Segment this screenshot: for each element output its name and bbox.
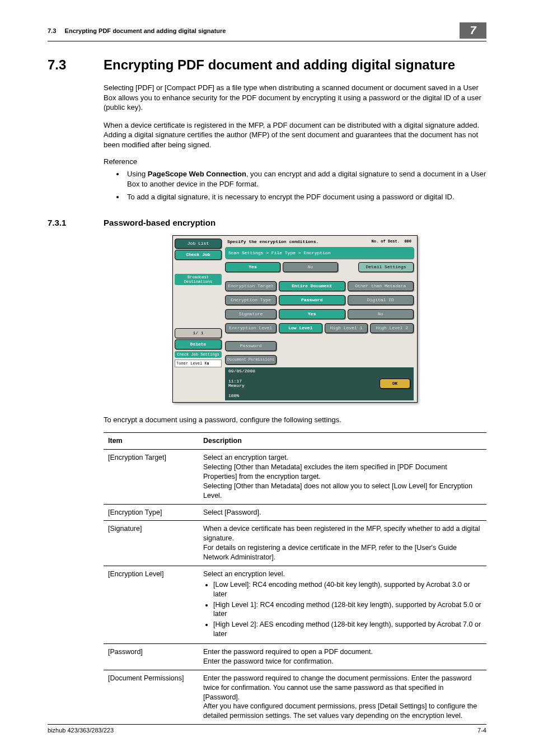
table-row: [Password] Enter the password required t…: [104, 644, 486, 670]
detail-settings-button[interactable]: Detail Settings: [358, 262, 414, 272]
job-list-button[interactable]: Job List: [175, 239, 222, 249]
item-encryption-level: [Encryption Level]: [104, 566, 199, 643]
desc-password: Enter the password required to open a PD…: [199, 644, 486, 670]
subsection-number: 7.3.1: [48, 218, 104, 227]
instruction-bar: Specify the encryption conditions. No. o…: [225, 237, 414, 246]
table-row: [Encryption Level] Select an encryption …: [104, 566, 486, 643]
intro-para-2: When a device certificate is registered …: [104, 120, 486, 150]
status-date: 09/05/2008: [228, 369, 255, 374]
status-mem-pct: 100%: [228, 394, 255, 399]
mfp-screenshot: Job List Check Job Broadcast Destination…: [104, 235, 486, 403]
page-footer: bizhub 423/363/283/223 7-4: [48, 724, 486, 734]
table-row: [Encryption Type] Select [Password].: [104, 504, 486, 521]
encrypt-no-button[interactable]: No: [283, 262, 338, 272]
high-level-1-button[interactable]: High Level 1: [325, 323, 368, 333]
chapter-badge: 7: [460, 22, 486, 39]
page-header: 7.3 Encrypting PDF document and adding d…: [48, 22, 486, 41]
desc-encryption-target: Select an encryption target. Selecting […: [199, 450, 486, 504]
status-mem-label: Memory: [228, 384, 255, 389]
table-row: [Document Permissions] Enter the passwor…: [104, 670, 486, 724]
breadcrumb: Scan Settings > File Type > Encryption: [225, 247, 414, 259]
low-level-button[interactable]: Low Level: [279, 323, 322, 333]
item-encryption-type: [Encryption Type]: [104, 504, 199, 521]
desc-encryption-level: Select an encryption level. [Low Level]:…: [199, 566, 486, 643]
intro-para-1: Selecting [PDF] or [Compact PDF] as a fi…: [104, 83, 486, 113]
footer-model: bizhub 423/363/283/223: [48, 727, 114, 734]
digital-id-button[interactable]: Digital ID: [348, 295, 414, 305]
header-text: 7.3 Encrypting PDF document and adding d…: [48, 27, 226, 34]
section-heading: 7.3 Encrypting PDF document and adding d…: [48, 57, 486, 73]
desc-signature: When a device certificate has been regis…: [199, 521, 486, 566]
encrypt-yes-button[interactable]: Yes: [225, 262, 280, 272]
table-row: [Signature] When a device certificate ha…: [104, 521, 486, 566]
ref1-bold: PageScope Web Connection: [148, 170, 246, 178]
item-document-permissions: [Document Permissions]: [104, 670, 199, 724]
footer-page: 7-4: [477, 727, 486, 734]
table-row: [Encryption Target] Select an encryption…: [104, 450, 486, 504]
reference-item-1: Using PageScope Web Connection, you can …: [125, 169, 486, 189]
password-entry-button[interactable]: Password: [225, 341, 277, 351]
enc-level-hi2: [High Level 2]: AES encoding method (128…: [213, 620, 482, 639]
ok-button[interactable]: OK: [380, 379, 410, 389]
enc-level-hi1: [High Level 1]: RC4 encoding method (128…: [213, 600, 482, 619]
document-permissions-button[interactable]: Document Permissions: [225, 355, 277, 365]
subsection-heading: 7.3.1 Password-based encryption: [48, 218, 486, 227]
reference-list: Using PageScope Web Connection, you can …: [125, 169, 486, 202]
after-panel-text: To encrypt a document using a password, …: [104, 415, 486, 425]
item-encryption-target: [Encryption Target]: [104, 450, 199, 504]
other-than-metadata-button[interactable]: Other than Metadata: [348, 281, 414, 291]
desc-document-permissions: Enter the password required to change th…: [199, 670, 486, 724]
signature-label: Signature: [225, 309, 277, 319]
encryption-target-label: Encryption Target: [225, 281, 277, 291]
header-sect-no: 7.3: [48, 27, 56, 34]
subsection-title: Password-based encryption: [104, 218, 216, 227]
dest-count: No. of Dest. 000: [372, 239, 411, 244]
item-signature: [Signature]: [104, 521, 199, 566]
signature-yes-button[interactable]: Yes: [279, 309, 345, 319]
high-level-2-button[interactable]: High Level 2: [370, 323, 414, 333]
ref1-pre: Using: [127, 170, 148, 178]
password-type-button[interactable]: Password: [279, 295, 345, 305]
desc-encryption-type: Select [Password].: [199, 504, 486, 521]
instruction-text: Specify the encryption conditions.: [227, 239, 318, 244]
table-header-item: Item: [104, 433, 199, 450]
pager-indicator: 1/ 1: [175, 328, 222, 338]
enc-level-intro: Select an encryption level.: [203, 570, 285, 578]
reference-label: Reference: [104, 157, 486, 166]
signature-no-button[interactable]: No: [348, 309, 414, 319]
encryption-level-label: Encryption Level: [225, 323, 277, 333]
enc-level-low: [Low Level]: RC4 encoding method (40-bit…: [213, 580, 482, 599]
broadcast-destinations-label: Broadcast Destinations: [175, 274, 222, 285]
section-title: Encrypting PDF document and adding digit…: [104, 57, 455, 73]
encryption-type-label: Encryption Type: [225, 295, 277, 305]
check-job-button[interactable]: Check Job: [175, 250, 222, 260]
check-job-settings-label[interactable]: Check Job Settings: [175, 351, 222, 358]
header-sect-title: Encrypting PDF document and adding digit…: [65, 27, 226, 34]
toner-level-indicator: Toner Level K▮: [175, 360, 222, 367]
table-header-desc: Description: [199, 433, 486, 450]
settings-table: Item Description [Encryption Target] Sel…: [104, 432, 486, 725]
entire-document-button[interactable]: Entire Document: [279, 281, 345, 291]
delete-button[interactable]: Delete: [175, 339, 222, 349]
item-password: [Password]: [104, 644, 199, 670]
status-bar: 09/05/2008 11:17 Memory 100% OK: [225, 367, 414, 400]
reference-item-2: To add a digital signature, it is necess…: [125, 192, 486, 202]
section-number: 7.3: [48, 57, 104, 73]
